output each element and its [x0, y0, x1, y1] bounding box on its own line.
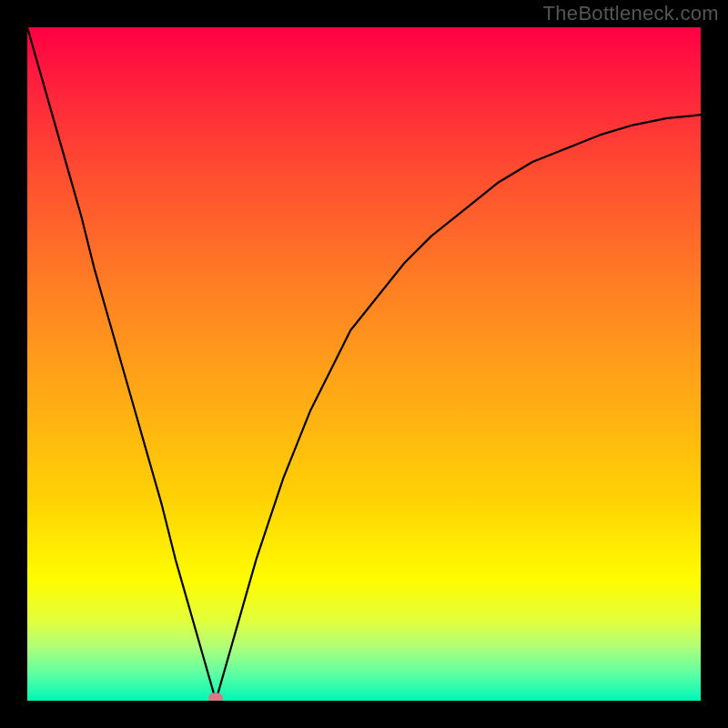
watermark-text: TheBottleneck.com — [543, 2, 719, 25]
minimum-marker-icon — [208, 693, 223, 701]
plot-area — [27, 27, 701, 701]
chart-frame: TheBottleneck.com — [0, 0, 728, 728]
bottleneck-curve — [27, 27, 701, 701]
